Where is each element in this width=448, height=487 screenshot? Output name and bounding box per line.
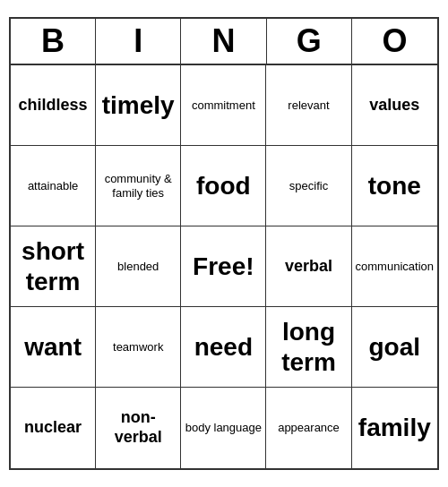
bingo-cell-14: communication — [352, 226, 437, 307]
cell-text-18: long term — [270, 317, 347, 377]
cell-text-3: relevant — [288, 98, 329, 113]
bingo-cell-6: community & family ties — [96, 146, 181, 226]
cell-text-4: values — [369, 96, 419, 115]
bingo-cell-15: want — [11, 307, 96, 388]
bingo-cell-3: relevant — [266, 65, 351, 146]
cell-text-15: want — [24, 332, 82, 363]
cell-text-17: need — [194, 332, 253, 363]
header-letter-O: O — [352, 19, 437, 64]
bingo-cell-1: timely — [96, 65, 181, 146]
cell-text-9: tone — [368, 171, 421, 201]
bingo-cell-17: need — [181, 307, 266, 388]
bingo-cell-22: body language — [181, 388, 266, 468]
bingo-header: BINGO — [11, 19, 437, 65]
bingo-cell-10: short term — [11, 226, 96, 307]
bingo-cell-19: goal — [352, 307, 437, 388]
cell-text-11: blended — [117, 260, 159, 274]
bingo-cell-23: appearance — [266, 388, 351, 468]
bingo-cell-8: specific — [266, 146, 351, 226]
bingo-cell-2: commitment — [181, 65, 266, 146]
bingo-cell-9: tone — [352, 146, 437, 226]
cell-text-12: Free! — [193, 252, 254, 282]
bingo-cell-21: non-verbal — [96, 388, 181, 468]
bingo-cell-20: nuclear — [11, 388, 96, 468]
cell-text-10: short term — [14, 236, 91, 296]
bingo-cell-0: childless — [11, 65, 96, 146]
bingo-cell-24: family — [352, 388, 437, 468]
cell-text-13: verbal — [285, 257, 332, 277]
bingo-cell-18: long term — [266, 307, 351, 388]
cell-text-20: nuclear — [24, 418, 82, 438]
bingo-cell-5: attainable — [11, 146, 96, 226]
header-letter-I: I — [96, 19, 181, 64]
cell-text-22: body language — [185, 421, 262, 435]
bingo-cell-12: Free! — [181, 226, 266, 307]
cell-text-8: specific — [289, 179, 328, 193]
bingo-cell-16: teamwork — [96, 307, 181, 388]
cell-text-14: communication — [356, 260, 434, 274]
cell-text-0: childless — [19, 96, 88, 115]
bingo-cell-4: values — [352, 65, 437, 146]
cell-text-24: family — [358, 413, 431, 443]
cell-text-7: food — [196, 171, 251, 201]
cell-text-21: non-verbal — [99, 408, 177, 447]
bingo-card: BINGO childlesstimelycommitmentrelevantv… — [9, 17, 439, 470]
bingo-cell-13: verbal — [266, 226, 351, 307]
cell-text-2: commitment — [192, 98, 255, 113]
cell-text-16: teamwork — [113, 340, 163, 355]
bingo-cell-11: blended — [96, 226, 181, 307]
header-letter-G: G — [267, 19, 352, 64]
cell-text-19: goal — [369, 332, 421, 363]
header-letter-N: N — [181, 19, 266, 64]
cell-text-23: appearance — [278, 421, 340, 435]
cell-text-6: community & family ties — [99, 172, 177, 200]
bingo-cell-7: food — [181, 146, 266, 226]
cell-text-5: attainable — [28, 179, 78, 193]
header-letter-B: B — [11, 19, 96, 64]
bingo-grid: childlesstimelycommitmentrelevantvaluesa… — [11, 65, 437, 468]
cell-text-1: timely — [102, 90, 175, 121]
